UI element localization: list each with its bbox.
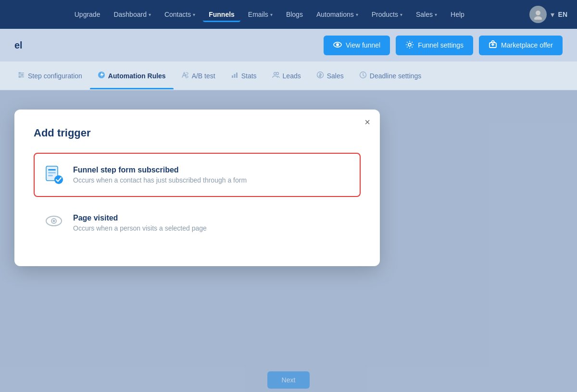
clock-icon [359,71,367,81]
trigger-text-form-subscribed: Funnel step form subscribed Occurs when … [73,166,247,184]
chevron-down-icon: ▾ [400,12,402,17]
page-title: el [14,40,23,51]
tabs-bar: Step configuration Automation Rules A/B … [0,61,577,90]
nav-label-dashboard: Dashboard [113,11,147,18]
modal-close-button[interactable]: × [364,117,370,127]
tab-sales[interactable]: Sales [309,62,351,89]
nav-label-sales: Sales [416,11,433,18]
tab-label: Deadline settings [370,72,421,80]
modal-overlay: × Add trigger Funnel step form subscribe… [0,90,577,392]
nav-item-dashboard[interactable]: Dashboard ▾ [108,7,157,22]
funnel-settings-label: Funnel settings [418,41,464,49]
nav-item-products[interactable]: Products ▾ [366,7,408,22]
trigger-title: Funnel step form subscribed [73,166,247,174]
tab-leads[interactable]: Leads [264,62,309,89]
svg-point-4 [408,43,411,46]
nav-label-products: Products [372,11,398,18]
marketplace-offer-button[interactable]: Marketplace offer [479,36,563,55]
nav-label-upgrade: Upgrade [75,11,100,18]
nav-item-emails[interactable]: Emails ▾ [242,7,278,22]
svg-point-17 [276,72,278,74]
nav-label-contacts: Contacts [164,11,191,18]
tab-deadline-settings[interactable]: Deadline settings [351,62,429,89]
form-subscribe-icon [43,164,64,185]
svg-point-27 [53,220,55,222]
tab-label: Stats [241,72,257,80]
svg-point-11 [19,76,21,78]
nav-item-contacts[interactable]: Contacts ▾ [159,7,201,22]
sub-header: el View funnel Funnel settings [0,29,577,61]
eye-icon [44,211,63,234]
funnel-settings-button[interactable]: Funnel settings [396,36,473,55]
add-trigger-modal: × Add trigger Funnel step form subscribe… [14,110,380,266]
sliders-icon [17,71,25,81]
svg-point-3 [336,43,339,46]
chevron-down-icon[interactable]: ▾ [551,10,554,19]
language-selector[interactable]: EN [558,11,567,18]
nav-item-automations[interactable]: Automations ▾ [311,7,364,22]
trigger-form-icon-box [42,163,65,186]
nav-label-automations: Automations [316,11,354,18]
marketplace-icon [489,40,497,50]
nav-item-blogs[interactable]: Blogs [280,7,309,22]
nav-right: ▾ EN [529,6,567,23]
tab-label: Step configuration [28,72,82,80]
trigger-option-form-subscribed[interactable]: Funnel step form subscribed Occurs when … [34,153,361,197]
nav-item-upgrade[interactable]: Upgrade [69,7,106,22]
tab-automation-rules[interactable]: Automation Rules [90,62,174,89]
svg-point-9 [19,72,21,74]
dollar-icon [316,71,324,81]
tab-step-configuration[interactable]: Step configuration [10,62,90,89]
trigger-text-page-visited: Page visited Occurs when a person visits… [73,214,207,232]
svg-rect-13 [232,75,233,78]
nav-item-sales[interactable]: Sales ▾ [410,7,443,22]
nav-label-blogs: Blogs [286,11,303,18]
leads-icon [272,71,280,81]
svg-point-16 [274,72,276,74]
svg-rect-22 [48,172,56,173]
nav-label-help: Help [451,11,464,18]
trigger-option-page-visited[interactable]: Page visited Occurs when a person visits… [34,201,361,245]
chevron-down-icon: ▾ [149,12,151,17]
svg-rect-14 [234,74,235,78]
nav-item-funnels[interactable]: Funnels [203,7,240,22]
main-content: × Add trigger Funnel step form subscribe… [0,90,577,392]
tab-label: Leads [283,72,301,80]
avatar[interactable] [529,6,547,23]
nav-label-funnels: Funnels [209,11,235,18]
chevron-down-icon: ▾ [193,12,195,17]
trigger-description: Occurs when a contact has just subscribe… [73,176,247,184]
view-funnel-label: View funnel [346,41,380,49]
top-navigation: Upgrade Dashboard ▾ Contacts ▾ Funnels E… [0,0,577,29]
svg-rect-23 [48,175,53,176]
eye-icon [333,40,342,50]
svg-point-1 [534,16,542,20]
marketplace-offer-label: Marketplace offer [501,41,553,49]
trigger-eye-icon-box [42,211,65,234]
gear-icon [405,40,414,50]
nav-items: Upgrade Dashboard ▾ Contacts ▾ Funnels E… [10,7,529,22]
sub-header-actions: View funnel Funnel settings Marketplace … [324,36,563,55]
chevron-down-icon: ▾ [435,12,437,17]
trigger-description: Occurs when a person visits a selected p… [73,224,207,232]
svg-point-10 [21,74,23,76]
svg-rect-15 [236,73,238,78]
nav-item-help[interactable]: Help [445,7,470,22]
nav-label-emails: Emails [248,11,268,18]
svg-rect-21 [48,169,56,171]
svg-point-24 [54,175,63,184]
tab-ab-test[interactable]: A/B test [174,62,223,89]
ab-icon [181,71,189,81]
tab-label: A/B test [192,72,215,80]
svg-point-0 [536,11,540,15]
tab-label: Sales [327,72,344,80]
tab-label: Automation Rules [108,72,166,80]
chevron-down-icon: ▾ [356,12,358,17]
lightning-icon [98,71,105,81]
chevron-down-icon: ▾ [270,12,273,17]
view-funnel-button[interactable]: View funnel [324,36,390,55]
trigger-title: Page visited [73,214,207,222]
modal-title: Add trigger [34,127,361,139]
stats-icon [231,71,238,81]
tab-stats[interactable]: Stats [223,62,264,89]
